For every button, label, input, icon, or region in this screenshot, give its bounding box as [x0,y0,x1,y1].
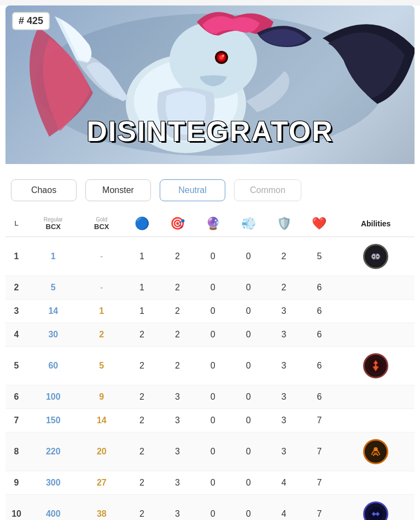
ranged-cell: 2 [160,276,195,300]
ranged-cell: 3 [160,433,195,471]
tag-neutral[interactable]: Neutral [160,179,225,201]
abilities-cell [337,300,415,323]
armor-cell: 2 [266,276,302,300]
table-row: 4 30 2 2 2 0 0 3 6 [5,323,415,347]
ranged-cell: 2 [160,323,195,347]
svg-point-14 [369,445,383,459]
level-cell: 5 [5,347,27,385]
armor-cell: 3 [266,347,302,385]
health-icon: ❤️ [312,217,326,231]
speed-cell: 0 [231,237,266,276]
level-cell: 6 [5,385,27,409]
armor-cell: 2 [266,237,302,276]
armor-cell: 3 [266,300,302,323]
speed-cell: 0 [231,347,266,385]
gold-bcx-cell: 9 [79,385,124,409]
ability-badge-fly [363,244,388,269]
melee-cell: 2 [124,323,160,347]
gold-bcx-cell: 5 [79,347,124,385]
regular-bcx-cell: 5 [27,276,79,300]
stats-table: L Regular BCX Gold BCX 🔵 [5,211,415,520]
table-row: 1 1 - 1 2 0 0 2 5 [5,237,415,276]
armor-icon: 🛡️ [277,217,291,231]
melee-cell: 1 [124,237,160,276]
abilities-cell [337,347,415,385]
magic-icon: 🔮 [206,217,220,231]
table-row: 6 100 9 2 3 0 0 3 6 [5,385,415,409]
speed-cell: 0 [231,409,266,433]
gold-bcx-cell: 27 [79,471,124,495]
ranged-cell: 3 [160,471,195,495]
melee-icon: 🔵 [135,217,149,231]
gold-bcx-cell: - [79,237,124,276]
magic-cell: 0 [195,323,231,347]
col-speed-header: 💨 [231,211,266,237]
magic-cell: 0 [195,495,231,521]
magic-cell: 0 [195,385,231,409]
table-row: 8 220 20 2 3 0 0 3 7 [5,433,415,471]
tag-monster[interactable]: Monster [85,179,151,201]
page-wrapper: # 425 DISINTEGRATOR Chaos Monster Neutra… [0,5,420,520]
melee-cell: 1 [124,300,160,323]
col-melee-header: 🔵 [124,211,160,237]
level-cell: 8 [5,433,27,471]
armor-cell: 3 [266,409,302,433]
hero-title: DISINTEGRATOR [86,115,334,148]
melee-cell: 1 [124,276,160,300]
table-row: 9 300 27 2 3 0 0 4 7 [5,471,415,495]
gold-bcx-cell: 38 [79,495,124,521]
svg-point-12 [377,256,378,258]
table-row: 5 60 5 2 2 0 0 3 6 [5,347,415,385]
table-row: 10 400 38 2 3 0 0 4 7 [5,495,415,521]
col-regular-header: Regular BCX [27,211,79,237]
gold-main-label: BCX [81,223,122,231]
tag-common[interactable]: Common [234,179,301,201]
level-cell: 10 [5,495,27,521]
level-cell: 7 [5,409,27,433]
level-cell: 9 [5,471,27,495]
ability-badge-cripple [363,501,388,520]
abilities-cell [337,237,415,276]
col-level-header: L [5,211,27,237]
table-row: 3 14 1 1 2 0 0 3 6 [5,300,415,323]
abilities-cell [337,385,415,409]
magic-cell: 0 [195,300,231,323]
tag-chaos[interactable]: Chaos [11,179,77,201]
level-cell: 1 [5,237,27,276]
ranged-cell: 2 [160,237,195,276]
health-cell: 6 [301,300,337,323]
health-cell: 6 [301,276,337,300]
health-cell: 7 [301,409,337,433]
regular-bcx-cell: 150 [27,409,79,433]
health-cell: 5 [301,237,337,276]
speed-cell: 0 [231,471,266,495]
melee-cell: 2 [124,433,160,471]
table-row: 7 150 14 2 3 0 0 3 7 [5,409,415,433]
regular-bcx-cell: 60 [27,347,79,385]
table-row: 2 5 - 1 2 0 0 2 6 [5,276,415,300]
gold-bcx-cell: 20 [79,433,124,471]
armor-cell: 3 [266,433,302,471]
regular-bcx-cell: 14 [27,300,79,323]
magic-cell: 0 [195,433,231,471]
ability-badge-trample [363,439,388,464]
regular-bcx-cell: 100 [27,385,79,409]
regular-main-label: BCX [30,223,77,231]
speed-cell: 0 [231,433,266,471]
speed-cell: 0 [231,276,266,300]
abilities-cell [337,471,415,495]
melee-cell: 2 [124,347,160,385]
ranged-cell: 3 [160,409,195,433]
melee-cell: 2 [124,471,160,495]
abilities-cell [337,433,415,471]
regular-bcx-cell: 300 [27,471,79,495]
ranged-cell: 3 [160,495,195,521]
gold-bcx-cell: - [79,276,124,300]
col-gold-header: Gold BCX [79,211,124,237]
ranged-cell: 2 [160,300,195,323]
magic-cell: 0 [195,471,231,495]
ranged-icon: 🎯 [170,217,185,231]
svg-point-7 [222,55,224,57]
magic-cell: 0 [195,237,231,276]
col-magic-header: 🔮 [195,211,231,237]
